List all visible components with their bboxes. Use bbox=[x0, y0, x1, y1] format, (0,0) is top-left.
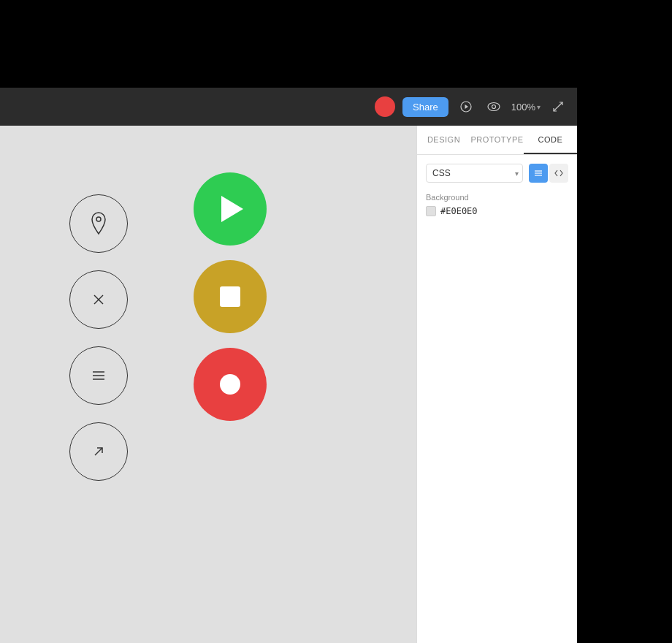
code-view-toggle[interactable] bbox=[549, 164, 568, 183]
tab-design[interactable]: DESIGN bbox=[417, 126, 470, 154]
svg-point-6 bbox=[96, 217, 101, 221]
svg-marker-1 bbox=[465, 104, 468, 109]
background-value-row: #E0E0E0 bbox=[426, 206, 568, 216]
css-format-select[interactable]: CSS HTML iOS Android bbox=[426, 164, 523, 183]
present-icon bbox=[460, 101, 472, 113]
stop-circle-button[interactable] bbox=[194, 260, 267, 333]
menu-icon bbox=[85, 362, 112, 389]
canvas-area bbox=[0, 126, 416, 643]
stop-icon bbox=[220, 286, 240, 307]
svg-line-12 bbox=[95, 448, 102, 455]
canvas-inner bbox=[26, 165, 391, 604]
view-toggle-group bbox=[529, 164, 568, 183]
zoom-control[interactable]: 100% ▾ bbox=[511, 102, 541, 113]
arrow-diagonal-icon bbox=[85, 438, 112, 465]
list-icon bbox=[534, 169, 543, 178]
code-format-row: CSS HTML iOS Android ▾ bbox=[426, 164, 568, 183]
share-button[interactable]: Share bbox=[402, 97, 448, 117]
right-panel: DESIGN PROTOTYPE CODE CSS HTML iOS Andro… bbox=[416, 126, 577, 643]
record-dot-icon bbox=[220, 374, 240, 395]
background-color-swatch[interactable] bbox=[426, 206, 436, 216]
filled-circles-column bbox=[194, 172, 267, 421]
app-window: Share 100% ▾ bbox=[0, 88, 577, 643]
background-hex-value: #E0E0E0 bbox=[440, 206, 478, 216]
tab-code[interactable]: CODE bbox=[524, 126, 577, 154]
location-circle-button[interactable] bbox=[69, 194, 128, 253]
play-icon bbox=[221, 196, 243, 222]
record-indicator bbox=[375, 96, 395, 117]
resize-icon bbox=[552, 101, 564, 113]
resize-button[interactable] bbox=[548, 96, 568, 117]
panel-tabs: DESIGN PROTOTYPE CODE bbox=[417, 126, 577, 155]
background-property-section: Background #E0E0E0 bbox=[426, 190, 568, 219]
panel-body: CSS HTML iOS Android ▾ bbox=[417, 155, 577, 228]
zoom-label: 100% bbox=[511, 102, 535, 113]
tab-prototype[interactable]: PROTOTYPE bbox=[470, 126, 524, 154]
toolbar: Share 100% ▾ bbox=[0, 88, 577, 126]
present-button[interactable] bbox=[456, 96, 476, 117]
svg-point-3 bbox=[492, 105, 495, 109]
play-circle-button[interactable] bbox=[194, 172, 267, 246]
close-circle-button[interactable] bbox=[69, 270, 128, 329]
svg-point-2 bbox=[488, 103, 500, 111]
main-area: DESIGN PROTOTYPE CODE CSS HTML iOS Andro… bbox=[0, 126, 577, 643]
eye-icon bbox=[487, 101, 500, 113]
record-circle-button[interactable] bbox=[194, 348, 267, 421]
arrow-diagonal-circle-button[interactable] bbox=[69, 422, 128, 481]
outline-circles-column bbox=[69, 194, 128, 481]
list-view-toggle[interactable] bbox=[529, 164, 548, 183]
zoom-chevron-icon: ▾ bbox=[537, 103, 541, 111]
svg-line-5 bbox=[558, 102, 562, 107]
css-select-wrapper: CSS HTML iOS Android ▾ bbox=[426, 164, 523, 183]
code-brackets-icon bbox=[554, 169, 563, 178]
preview-button[interactable] bbox=[484, 96, 504, 117]
close-icon bbox=[85, 286, 112, 313]
location-icon bbox=[85, 210, 112, 237]
menu-circle-button[interactable] bbox=[69, 346, 128, 405]
svg-line-4 bbox=[554, 107, 558, 111]
background-label: Background bbox=[426, 193, 568, 202]
